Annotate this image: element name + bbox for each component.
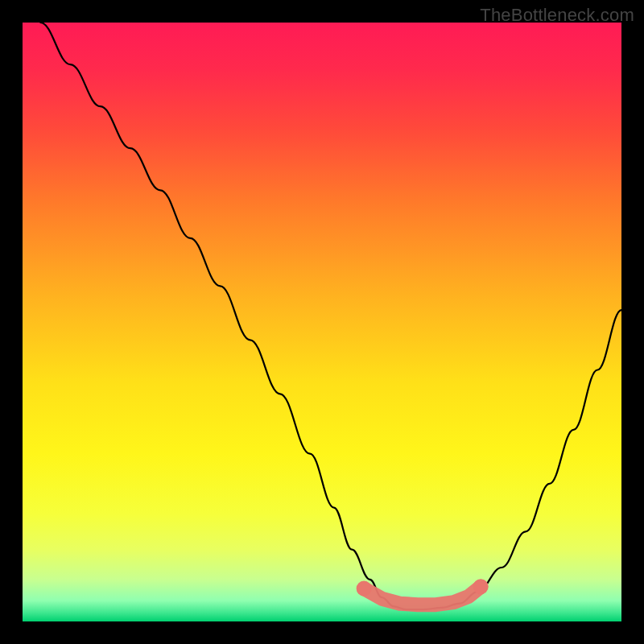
plot-frame [23,23,621,621]
optimal-range-end-dot [473,579,489,594]
plot-area [23,23,621,621]
optimal-range-end-dot [357,581,372,597]
gradient-background [23,23,621,621]
watermark-text: TheBottleneck.com [480,5,634,26]
bottleneck-chart [23,23,621,621]
